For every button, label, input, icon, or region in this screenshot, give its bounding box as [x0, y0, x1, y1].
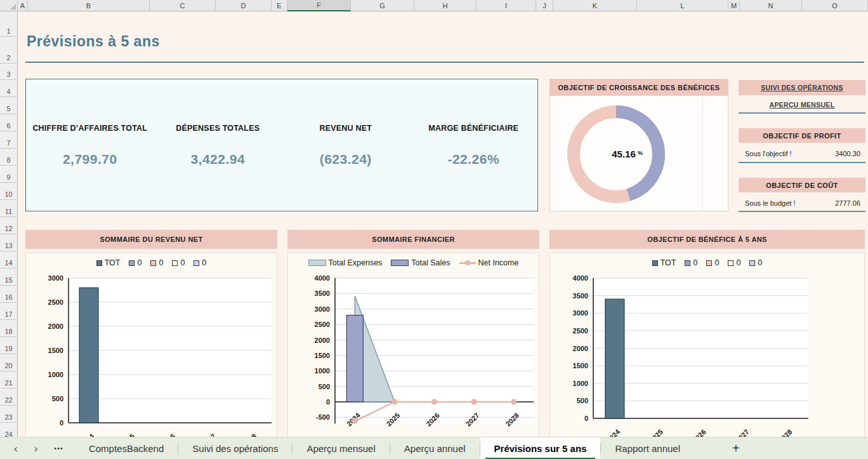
- row-header-13[interactable]: 13: [0, 234, 18, 251]
- row-header-12[interactable]: 12: [0, 217, 18, 234]
- profit-growth-donut-chart[interactable]: 45.16%: [550, 96, 728, 212]
- kpi-cell-2: REVENU NET(623.24): [282, 124, 410, 167]
- more-sheets-icon[interactable]: •••: [54, 445, 63, 452]
- select-all-button[interactable]: [0, 0, 18, 11]
- column-header-G[interactable]: G: [351, 0, 414, 11]
- svg-text:3000: 3000: [48, 274, 63, 282]
- svg-text:2026: 2026: [161, 432, 177, 437]
- sheet-tab-aper-u-mensuel[interactable]: Aperçu mensuel: [293, 437, 389, 459]
- financial-summary-chart[interactable]: Total ExpensesTotal SalesNet Income-5000…: [287, 253, 539, 437]
- profit-growth-chart-panel[interactable]: OBJECTIF DE CROISSANCE DES BÉNÉFICES 45.…: [549, 79, 728, 211]
- column-header-H[interactable]: H: [414, 0, 477, 11]
- row-header-5[interactable]: 5: [0, 97, 18, 114]
- row-header-6[interactable]: 6: [0, 114, 18, 131]
- cost-goal-header: OBJECTIF DE COÛT: [739, 178, 865, 192]
- sheet-tab-pr-visions-sur-5-ans[interactable]: Prévisions sur 5 ans: [480, 437, 601, 459]
- sheet-tab-suivi-des-op-rations[interactable]: Suivi des opérations: [178, 437, 292, 459]
- profit-growth-chart-title: OBJECTIF DE CROISSANCE DES BÉNÉFICES: [550, 79, 728, 96]
- svg-text:2500: 2500: [315, 321, 330, 328]
- row-header-4[interactable]: 4: [0, 80, 18, 97]
- row-header-20[interactable]: 20: [0, 354, 18, 371]
- column-header-C[interactable]: C: [150, 0, 216, 11]
- sheet-canvas[interactable]: Prévisions à 5 ans CHIFFRE D’AFFAIRES TO…: [18, 11, 868, 437]
- kpi-value: (623.24): [320, 152, 372, 167]
- column-header-I[interactable]: I: [477, 0, 536, 11]
- column-header-O[interactable]: O: [802, 0, 868, 11]
- prev-sheet-icon[interactable]: ‹: [14, 443, 18, 454]
- svg-text:1500: 1500: [573, 362, 588, 369]
- column-header-K[interactable]: K: [553, 0, 637, 11]
- svg-text:2025: 2025: [648, 428, 664, 437]
- legend-item: Total Expenses: [308, 258, 383, 267]
- row-header-9[interactable]: 9: [0, 166, 18, 183]
- row-header-23[interactable]: 23: [0, 406, 18, 423]
- svg-text:3500: 3500: [573, 292, 588, 300]
- column-header-B[interactable]: B: [28, 0, 150, 11]
- row-header-21[interactable]: 21: [0, 371, 18, 389]
- legend-swatch-icon: [706, 260, 712, 266]
- svg-text:500: 500: [577, 397, 588, 404]
- row-header-1[interactable]: 1: [0, 11, 18, 37]
- operations-tracking-link[interactable]: SUIVI DES OPÉRATIONS: [761, 84, 843, 91]
- financial-summary-chart-panel[interactable]: SOMMAIRE FINANCIER Total ExpensesTotal S…: [287, 230, 539, 437]
- legend-item: Total Sales: [391, 258, 450, 267]
- column-header-D[interactable]: D: [216, 0, 272, 11]
- profit-goal-value: 3400.30: [835, 150, 865, 157]
- column-header-M[interactable]: M: [728, 0, 740, 11]
- kpi-cell-1: DÉPENSES TOTALES3,422.94: [154, 124, 282, 167]
- kpi-label: DÉPENSES TOTALES: [176, 124, 260, 133]
- row-header-22[interactable]: 22: [0, 389, 18, 406]
- legend-label: TOT: [661, 258, 676, 267]
- svg-text:1500: 1500: [48, 347, 63, 354]
- sheet-tab-rapport-annuel[interactable]: Rapport annuel: [601, 437, 694, 459]
- kpi-label: REVENU NET: [319, 124, 372, 133]
- column-header-A[interactable]: A: [18, 0, 28, 11]
- net-income-chart-panel[interactable]: SOMMAIRE DU REVENU NET TOT00000500100015…: [25, 230, 277, 437]
- row-header-10[interactable]: 10: [0, 183, 18, 200]
- legend-swatch-icon: [150, 260, 156, 266]
- legend-swatch-icon: [749, 260, 755, 266]
- row-header-17[interactable]: 17: [0, 303, 18, 320]
- row-header-8[interactable]: 8: [0, 149, 18, 166]
- monthly-link-bar: APERÇU MENSUEL: [739, 99, 865, 110]
- legend-item: Net Income: [459, 258, 519, 267]
- row-header-11[interactable]: 11: [0, 200, 18, 217]
- row-header-7[interactable]: 7: [0, 131, 18, 149]
- net-income-chart[interactable]: TOT0000050010001500200025003000202420252…: [25, 253, 277, 437]
- legend-label: 0: [159, 258, 163, 267]
- legend-swatch-icon: [652, 260, 658, 266]
- row-header-14[interactable]: 14: [0, 251, 18, 269]
- divider: [739, 162, 865, 163]
- row-header-16[interactable]: 16: [0, 286, 18, 303]
- profit-goal-chart-panel[interactable]: OBJECTIF DE BÉNÉFICE À 5 ANS TOT00000500…: [549, 230, 865, 437]
- legend-swatch-icon: [172, 260, 178, 266]
- column-header-N[interactable]: N: [740, 0, 802, 11]
- column-header-L[interactable]: L: [637, 0, 728, 11]
- next-sheet-icon[interactable]: ›: [34, 443, 38, 454]
- column-header-F[interactable]: F: [287, 0, 351, 11]
- legend-label: 0: [693, 258, 697, 267]
- sheet-tab-aper-u-annuel[interactable]: Aperçu annuel: [390, 437, 480, 459]
- legend-swatch-icon: [685, 260, 690, 266]
- sheet-tab-comptesbackend[interactable]: ComptesBackend: [75, 437, 178, 459]
- row-header-19[interactable]: 19: [0, 337, 18, 354]
- legend-label: Total Expenses: [329, 258, 383, 267]
- svg-text:2500: 2500: [573, 327, 588, 335]
- add-sheet-button[interactable]: +: [694, 437, 778, 459]
- profit-goal-chart-title: OBJECTIF DE BÉNÉFICE À 5 ANS: [549, 230, 865, 249]
- legend-swatch-icon: [96, 260, 102, 266]
- column-header-E[interactable]: E: [272, 0, 287, 11]
- row-header-15[interactable]: 15: [0, 269, 18, 286]
- chart-svg: 0500100015002000250030003500400020242025…: [550, 272, 864, 437]
- row-header-3[interactable]: 3: [0, 63, 18, 80]
- kpi-cell-3: MARGE BÉNÉFICIAIRE-22.26%: [410, 124, 538, 167]
- legend-label: 0: [180, 258, 185, 267]
- monthly-overview-link[interactable]: APERÇU MENSUEL: [770, 101, 835, 109]
- profit-goal-chart[interactable]: TOT0000050010001500200025003000350040002…: [549, 253, 865, 437]
- legend-label: 0: [202, 258, 206, 267]
- column-header-J[interactable]: J: [536, 0, 553, 11]
- row-header-18[interactable]: 18: [0, 320, 18, 337]
- profit-goal-status: Sous l'objectif !: [739, 150, 792, 157]
- kpi-value: 2,799.70: [63, 152, 117, 167]
- row-header-2[interactable]: 2: [0, 37, 18, 63]
